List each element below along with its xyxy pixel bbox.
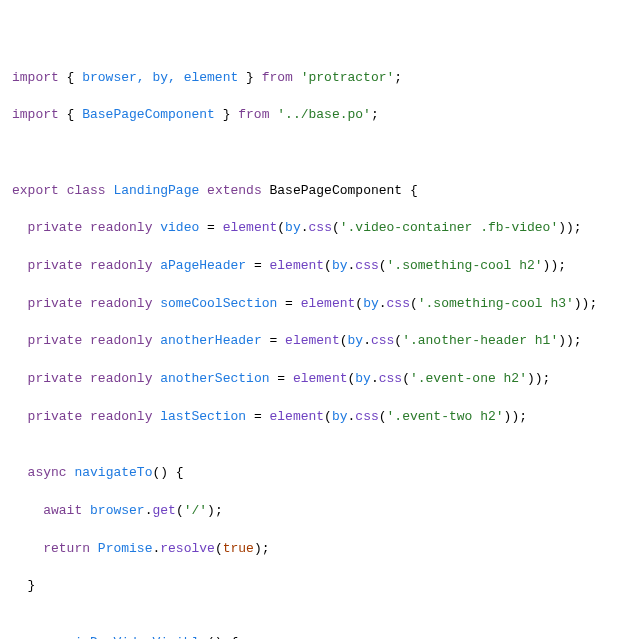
promise-ref: Promise xyxy=(98,541,153,556)
browser-ref: browser xyxy=(90,503,145,518)
string-literal: '.video-container .fb-video' xyxy=(340,220,558,235)
code-line: import { browser, by, element } from 'pr… xyxy=(12,69,612,88)
keyword-private: private xyxy=(28,220,83,235)
code-line: private readonly aPageHeader = element(b… xyxy=(12,257,612,276)
code-line: return Promise.resolve(true); xyxy=(12,540,612,559)
string-literal: '.another-header h1' xyxy=(402,333,558,348)
keyword-readonly: readonly xyxy=(90,220,152,235)
keyword-from: from xyxy=(262,70,293,85)
string-literal: 'protractor' xyxy=(301,70,395,85)
code-line: private readonly lastSection = element(b… xyxy=(12,408,612,427)
keyword-async: async xyxy=(28,465,67,480)
code-line: private readonly video = element(by.css(… xyxy=(12,219,612,238)
code-line: } xyxy=(12,577,612,596)
import-names: BasePageComponent xyxy=(82,107,215,122)
keyword-import: import xyxy=(12,70,59,85)
keyword-await: await xyxy=(43,503,82,518)
class-name: LandingPage xyxy=(113,183,199,198)
string-literal: '.something-cool h2' xyxy=(387,258,543,273)
property-name: video xyxy=(160,220,199,235)
fn-resolve: resolve xyxy=(160,541,215,556)
base-class: BasePageComponent xyxy=(270,183,403,198)
property-name: anotherSection xyxy=(160,371,269,386)
property-name: lastSection xyxy=(160,409,246,424)
literal-true: true xyxy=(223,541,254,556)
keyword-from: from xyxy=(238,107,269,122)
code-line: async navigateTo() { xyxy=(12,464,612,483)
keyword-return: return xyxy=(43,541,90,556)
keyword-extends: extends xyxy=(207,183,262,198)
code-line: export class LandingPage extends BasePag… xyxy=(12,182,612,201)
string-literal: '.something-cool h3' xyxy=(418,296,574,311)
code-line: import { BasePageComponent } from '../ba… xyxy=(12,106,612,125)
string-literal: '.event-one h2' xyxy=(410,371,527,386)
property-name: someCoolSection xyxy=(160,296,277,311)
keyword-export: export xyxy=(12,183,59,198)
code-line: async isDogVideoVisible() { xyxy=(12,634,612,639)
string-literal: '.event-two h2' xyxy=(387,409,504,424)
by-ref: by xyxy=(285,220,301,235)
code-block: import { browser, by, element } from 'pr… xyxy=(12,69,612,639)
string-literal: '../base.po' xyxy=(277,107,371,122)
code-line: private readonly anotherHeader = element… xyxy=(12,332,612,351)
keyword-import: import xyxy=(12,107,59,122)
code-line: private readonly someCoolSection = eleme… xyxy=(12,295,612,314)
property-name: aPageHeader xyxy=(160,258,246,273)
code-line: await browser.get('/'); xyxy=(12,502,612,521)
method-name: navigateTo xyxy=(74,465,152,480)
property-name: anotherHeader xyxy=(160,333,261,348)
fn-css: css xyxy=(309,220,332,235)
keyword-class: class xyxy=(67,183,106,198)
import-names: browser, by, element xyxy=(82,70,238,85)
method-name: isDogVideoVisible xyxy=(74,635,207,639)
string-literal: '/' xyxy=(184,503,207,518)
fn-get: get xyxy=(152,503,175,518)
fn-element: element xyxy=(223,220,278,235)
code-line: private readonly anotherSection = elemen… xyxy=(12,370,612,389)
keyword-async: async xyxy=(28,635,67,639)
